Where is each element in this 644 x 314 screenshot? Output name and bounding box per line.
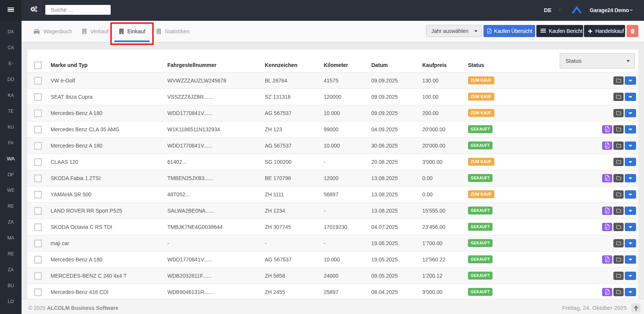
svg-text:x: x <box>489 30 490 33</box>
